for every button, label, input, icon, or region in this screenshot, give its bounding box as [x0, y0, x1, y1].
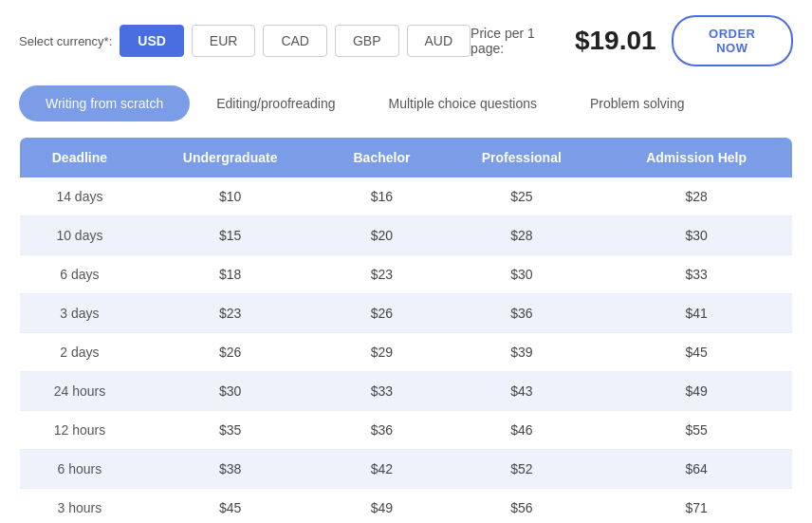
cell-price: $64	[600, 450, 792, 489]
cell-deadline: 3 hours	[20, 489, 139, 524]
cell-price: $35	[139, 411, 322, 450]
cell-price: $28	[600, 177, 792, 216]
price-value: $19.01	[575, 26, 656, 56]
order-now-button[interactable]: ORDER NOW	[672, 15, 793, 66]
cell-price: $16	[321, 177, 442, 216]
tab-multiple-choice[interactable]: Multiple choice questions	[362, 85, 563, 121]
table-row: 3 days$23$26$36$41	[20, 294, 793, 333]
cell-price: $46	[442, 411, 600, 450]
currency-row: Select currency*: USD EUR CAD GBP AUD Pr…	[19, 15, 793, 66]
cell-price: $33	[600, 255, 792, 294]
cell-price: $43	[442, 372, 600, 411]
cell-price: $23	[139, 294, 322, 333]
currency-btn-aud[interactable]: AUD	[407, 25, 471, 57]
currency-btn-usd[interactable]: USD	[120, 25, 184, 57]
table-row: 3 hours$45$49$56$71	[20, 489, 793, 524]
cell-price: $15	[139, 216, 322, 255]
price-table: Deadline Undergraduate Bachelor Professi…	[19, 137, 793, 523]
tabs-row: Writing from scratch Editing/proofreadin…	[19, 85, 793, 121]
currency-btn-cad[interactable]: CAD	[263, 25, 327, 57]
cell-price: $56	[442, 489, 600, 524]
cell-price: $36	[321, 411, 442, 450]
cell-price: $41	[600, 294, 792, 333]
tab-problem-solving[interactable]: Problem solving	[563, 85, 711, 121]
cell-price: $36	[442, 294, 600, 333]
table-row: 24 hours$30$33$43$49	[20, 372, 793, 411]
cell-deadline: 10 days	[20, 216, 139, 255]
cell-price: $30	[139, 372, 322, 411]
cell-price: $28	[442, 216, 600, 255]
table-head: Deadline Undergraduate Bachelor Professi…	[20, 138, 793, 178]
price-display: Price per 1 page: $19.01 ORDER NOW	[471, 15, 793, 66]
cell-price: $30	[442, 255, 600, 294]
table-body: 14 days$10$16$25$2810 days$15$20$28$306 …	[20, 177, 793, 523]
cell-price: $30	[600, 216, 792, 255]
cell-price: $26	[321, 294, 442, 333]
cell-deadline: 6 hours	[20, 450, 139, 489]
cell-deadline: 24 hours	[20, 372, 139, 411]
cell-price: $10	[139, 177, 322, 216]
cell-price: $55	[600, 411, 792, 450]
tab-editing[interactable]: Editing/proofreading	[190, 85, 361, 121]
col-header-undergraduate: Undergraduate	[139, 138, 322, 178]
cell-price: $38	[139, 450, 322, 489]
currency-btn-eur[interactable]: EUR	[192, 25, 256, 57]
table-row: 2 days$26$29$39$45	[20, 333, 793, 372]
cell-deadline: 6 days	[20, 255, 139, 294]
cell-price: $42	[321, 450, 442, 489]
table-row: 6 hours$38$42$52$64	[20, 450, 793, 489]
cell-price: $33	[321, 372, 442, 411]
cell-price: $49	[321, 489, 442, 524]
col-header-professional: Professional	[442, 138, 600, 178]
cell-price: $18	[139, 255, 322, 294]
table-row: 12 hours$35$36$46$55	[20, 411, 793, 450]
cell-deadline: 14 days	[20, 177, 139, 216]
page-container: Select currency*: USD EUR CAD GBP AUD Pr…	[0, 0, 812, 523]
cell-price: $23	[321, 255, 442, 294]
currency-selector: Select currency*: USD EUR CAD GBP AUD	[19, 25, 471, 57]
cell-deadline: 2 days	[20, 333, 139, 372]
tab-writing[interactable]: Writing from scratch	[19, 85, 190, 121]
cell-deadline: 3 days	[20, 294, 139, 333]
table-row: 10 days$15$20$28$30	[20, 216, 793, 255]
cell-deadline: 12 hours	[20, 411, 139, 450]
cell-price: $45	[139, 489, 322, 524]
col-header-deadline: Deadline	[20, 138, 139, 178]
col-header-bachelor: Bachelor	[321, 138, 442, 178]
cell-price: $52	[442, 450, 600, 489]
cell-price: $29	[321, 333, 442, 372]
currency-label: Select currency*:	[19, 34, 112, 48]
currency-btn-gbp[interactable]: GBP	[335, 25, 399, 57]
cell-price: $20	[321, 216, 442, 255]
cell-price: $25	[442, 177, 600, 216]
cell-price: $49	[600, 372, 792, 411]
cell-price: $45	[600, 333, 792, 372]
table-row: 6 days$18$23$30$33	[20, 255, 793, 294]
table-header-row: Deadline Undergraduate Bachelor Professi…	[20, 138, 793, 178]
table-row: 14 days$10$16$25$28	[20, 177, 793, 216]
cell-price: $39	[442, 333, 600, 372]
cell-price: $71	[600, 489, 792, 524]
col-header-admission: Admission Help	[600, 138, 792, 178]
cell-price: $26	[139, 333, 322, 372]
price-per-page-label: Price per 1 page:	[471, 26, 560, 56]
